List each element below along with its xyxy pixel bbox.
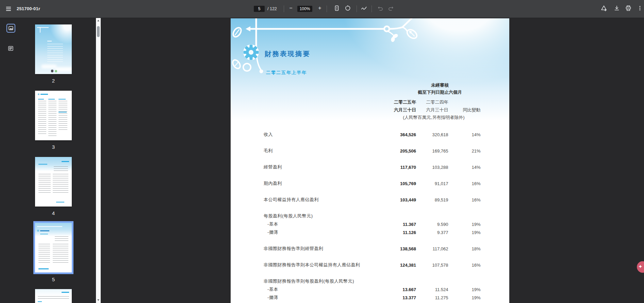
toolbar-divider xyxy=(327,5,327,12)
row-label: 毛利 xyxy=(264,148,385,154)
value-2025: 138,568 xyxy=(385,246,416,251)
undo-button[interactable] xyxy=(376,3,385,13)
thumbnail-page-4[interactable] xyxy=(35,157,72,207)
value-2025: 124,381 xyxy=(385,263,416,268)
row-label: 非國際財務報告準則本公司權益持有人應佔盈利 xyxy=(264,262,385,268)
pdf-page-5: 財務表現摘要 二零二五年上半年 未經審核 截至下列日期止六個月 二零二五年 二零… xyxy=(231,18,509,303)
table-row: -攤薄 11.126 9.377 19% xyxy=(264,229,481,235)
thumbnail-page-3[interactable] xyxy=(35,91,72,140)
zoom-level-display: 100% xyxy=(297,6,312,12)
outline-view-button[interactable] xyxy=(6,44,15,52)
value-change: 19% xyxy=(448,295,481,300)
table-row: 經營盈利 117,670 103,288 14% xyxy=(264,164,481,170)
col-header-2024-year: 二零二四年 xyxy=(426,99,448,105)
value-2025: 364,526 xyxy=(385,132,416,137)
scroll-up-arrow[interactable] xyxy=(97,20,99,21)
thumbnail-page-label: 5 xyxy=(35,277,72,282)
value-2024: 89,519 xyxy=(416,197,448,202)
assistant-floating-button[interactable]: ✦ xyxy=(637,261,644,273)
row-label: 非國際財務報告準則經營盈利 xyxy=(264,246,385,252)
page-number-input[interactable]: 5 xyxy=(254,6,265,12)
value-2025: 103,449 xyxy=(385,197,416,202)
row-label: 期內盈利 xyxy=(264,180,385,186)
unit-note: (人民幣百萬元,另有指明者除外) xyxy=(403,114,464,121)
thumbnail-page-label: 3 xyxy=(35,144,72,150)
value-2024: 107,578 xyxy=(416,263,448,268)
menu-icon[interactable] xyxy=(5,4,15,14)
scrollbar-thumb[interactable] xyxy=(97,26,100,37)
toolbar-divider xyxy=(371,5,372,12)
table-section-row: 非國際財務報告準則每股盈利(每股人民幣元) xyxy=(264,278,481,284)
save-to-drive-button[interactable] xyxy=(599,3,609,13)
value-2025: 13.667 xyxy=(385,287,416,292)
value-2024: 117,062 xyxy=(416,246,448,251)
financial-table: 收入 364,526 320,618 14% 毛利 205,506 169,76… xyxy=(264,131,481,301)
zoom-out-button[interactable]: − xyxy=(286,3,296,13)
value-2025: 13.377 xyxy=(385,295,416,300)
thumbnails-view-button[interactable] xyxy=(6,24,15,33)
rotate-ccw-icon xyxy=(345,5,351,11)
value-2025: 205,506 xyxy=(385,148,416,154)
value-2024: 11.524 xyxy=(416,287,448,292)
thumbnail-page-6[interactable] xyxy=(35,289,72,303)
col-header-2025-year: 二零二五年 xyxy=(394,99,416,105)
fit-to-page-button[interactable] xyxy=(332,3,342,13)
branch-decoration xyxy=(231,18,509,103)
value-2024: 9.377 xyxy=(416,230,448,235)
download-icon xyxy=(614,5,620,11)
value-2025: 117,670 xyxy=(385,165,416,170)
thumbnail-page-5-current[interactable] xyxy=(35,223,72,272)
table-row: -攤薄 13.377 11.275 19% xyxy=(264,295,481,301)
rotate-button[interactable] xyxy=(343,3,352,13)
thumbnail-page-2[interactable] xyxy=(35,24,72,74)
more-options-button[interactable] xyxy=(635,3,644,13)
pdf-viewer: { "toolbar": { "title": "251700-01r", "p… xyxy=(0,0,644,303)
row-label: -基本 xyxy=(264,221,385,227)
table-header-period: 截至下列日期止六個月 xyxy=(418,89,462,95)
gear-icon xyxy=(243,44,259,60)
sidebar-scrollbar[interactable] xyxy=(96,18,101,303)
col-header-2024-date: 六月三十日 xyxy=(426,107,448,113)
redo-icon xyxy=(388,5,394,11)
table-row: 毛利 205,506 169,765 21% xyxy=(264,148,481,154)
row-label: -基本 xyxy=(264,286,385,292)
fit-page-icon xyxy=(334,5,340,11)
download-button[interactable] xyxy=(612,3,622,13)
table-row: 非國際財務報告準則本公司權益持有人應佔盈利 124,381 107,578 16… xyxy=(264,262,481,268)
undo-icon xyxy=(377,5,383,11)
row-label: 收入 xyxy=(264,131,385,138)
row-label: 經營盈利 xyxy=(264,164,385,170)
value-change: 14% xyxy=(448,165,481,170)
table-row: -基本 11.367 9.590 19% xyxy=(264,221,481,227)
print-button[interactable] xyxy=(624,3,633,13)
table-row: 非國際財務報告準則經營盈利 138,568 117,062 18% xyxy=(264,246,481,252)
redo-button[interactable] xyxy=(386,3,396,13)
page-title: 財務表現摘要 xyxy=(265,49,311,58)
toolbar-divider xyxy=(284,5,284,12)
annotate-button[interactable] xyxy=(359,3,369,13)
scroll-down-arrow[interactable] xyxy=(97,299,99,301)
zoom-in-button[interactable]: + xyxy=(315,3,325,13)
value-change: 14% xyxy=(448,132,481,137)
value-change: 19% xyxy=(448,287,481,292)
toolbar-divider xyxy=(357,5,357,12)
value-change: 21% xyxy=(448,148,481,154)
draw-pen-icon xyxy=(361,5,367,11)
pdf-toolbar: 251700-01r 5 / 122 − 100% + xyxy=(0,0,644,18)
col-header-change: 同比變動 xyxy=(463,107,481,113)
thumbnails-icon xyxy=(9,26,13,31)
value-2025: 11.367 xyxy=(385,222,416,227)
value-2024: 9.590 xyxy=(416,222,448,227)
document-title: 251700-01r xyxy=(17,6,40,11)
col-header-2025-date: 六月三十日 xyxy=(394,107,416,113)
table-row: -基本 13.667 11.524 19% xyxy=(264,286,481,292)
row-label: 每股盈利(每股人民幣元) xyxy=(264,213,385,219)
row-label: -攤薄 xyxy=(264,295,385,301)
value-change: 16% xyxy=(448,181,481,186)
value-change: 16% xyxy=(448,197,481,202)
table-row: 期內盈利 105,769 91,017 16% xyxy=(264,180,481,186)
value-2024: 169,765 xyxy=(416,148,448,154)
value-2025: 105,769 xyxy=(385,181,416,186)
value-2025: 11.126 xyxy=(385,230,416,235)
value-change: 19% xyxy=(448,230,481,235)
